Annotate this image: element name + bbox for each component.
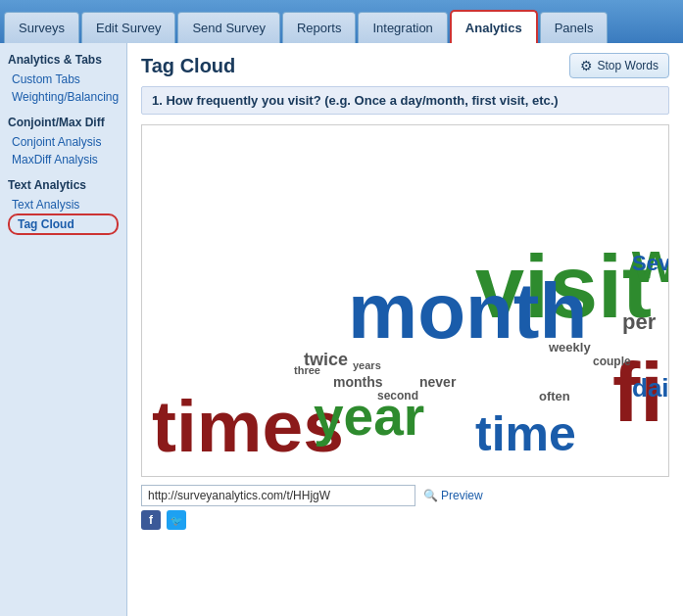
nav-tab-edit-survey[interactable]: Edit Survey (81, 12, 175, 43)
sidebar-section-conjoint/max-diff: Conjoint/Max Diff (8, 116, 119, 129)
sidebar-item-tag-cloud[interactable]: Tag Cloud (8, 213, 119, 235)
sidebar-item-conjoint-analysis[interactable]: Conjoint Analysis (8, 133, 119, 151)
nav-tab-integration[interactable]: Integration (358, 12, 447, 43)
main-layout: Analytics & TabsCustom TabsWeighting/Bal… (0, 43, 683, 616)
tag-three: three (294, 365, 320, 376)
tag-second: second (377, 390, 418, 402)
nav-tab-send-survey[interactable]: Send Survey (177, 12, 279, 43)
tag-weekly: weekly (549, 341, 591, 354)
nav-tab-panels[interactable]: Panels (540, 12, 609, 43)
page-title: Tag Cloud (141, 55, 235, 77)
sidebar-item-weighting-balancing[interactable]: Weighting/Balancing (8, 88, 119, 106)
tag-couple: couple (593, 355, 631, 367)
tag-never: never (419, 375, 456, 389)
stop-words-label: Stop Words (598, 59, 659, 72)
tag-daily: daily (632, 375, 669, 401)
sidebar: Analytics & TabsCustom TabsWeighting/Bal… (0, 43, 127, 616)
stop-words-icon: ⚙ (580, 58, 593, 73)
preview-search-icon: 🔍 (423, 489, 438, 502)
tag-often: often (539, 390, 570, 403)
top-navigation: SurveysEdit SurveySend SurveyReportsInte… (0, 0, 683, 43)
stop-words-button[interactable]: ⚙ Stop Words (569, 53, 669, 78)
facebook-icon[interactable]: f (141, 510, 161, 530)
tag-cloud-container: visitmonthfirsttimesyeartimedayweekSever… (141, 124, 669, 477)
tag-time: time (475, 409, 576, 458)
sidebar-item-custom-tabs[interactable]: Custom Tabs (8, 71, 119, 88)
tag-month: month (348, 272, 587, 351)
twitter-icon[interactable]: 🐦 (167, 510, 186, 530)
content-area: Tag Cloud ⚙ Stop Words 1. How frequently… (127, 43, 683, 616)
social-icons: f 🐦 (141, 510, 669, 530)
nav-tab-analytics[interactable]: Analytics (450, 10, 538, 43)
content-header: Tag Cloud ⚙ Stop Words (141, 53, 669, 78)
nav-tab-reports[interactable]: Reports (282, 12, 357, 43)
tag-years: years (353, 360, 381, 371)
url-bar-row: 🔍 Preview (141, 485, 669, 506)
tag-per: per (622, 311, 656, 333)
tag-several: Several (632, 253, 669, 274)
sidebar-item-text-analysis[interactable]: Text Analysis (8, 196, 119, 213)
question-bar: 1. How frequently you visit? (e.g. Once … (141, 86, 669, 115)
tag-months: months (333, 375, 383, 389)
sidebar-section-analytics-&-tabs: Analytics & Tabs (8, 53, 119, 67)
url-input[interactable] (141, 485, 415, 506)
tag-cloud-inner: visitmonthfirsttimesyeartimedayweekSever… (142, 125, 668, 476)
nav-tab-surveys[interactable]: Surveys (4, 12, 79, 43)
preview-link[interactable]: 🔍 Preview (423, 489, 483, 502)
sidebar-section-text-analytics: Text Analytics (8, 178, 119, 192)
sidebar-item-maxdiff-analysis[interactable]: MaxDiff Analysis (8, 151, 119, 168)
preview-label: Preview (441, 489, 483, 502)
